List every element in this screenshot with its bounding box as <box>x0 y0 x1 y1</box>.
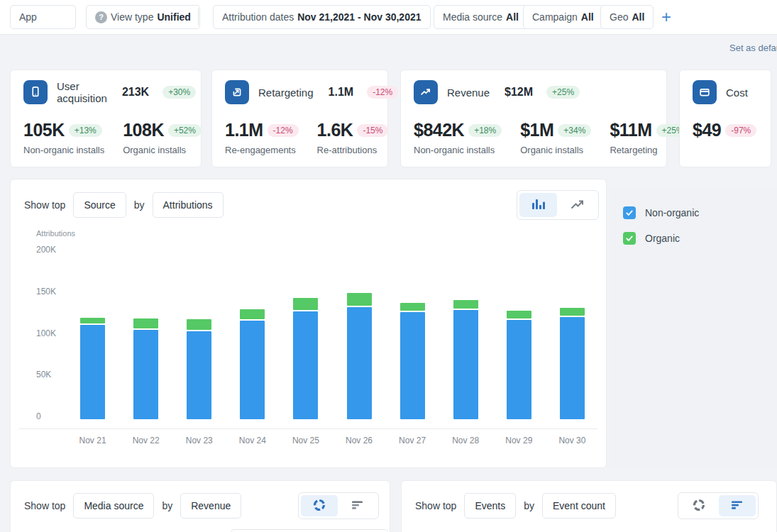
bar-segment-non-organic[interactable] <box>507 320 531 419</box>
bar-column[interactable] <box>279 250 332 419</box>
change-badge: +18% <box>468 124 502 137</box>
add-filter-button[interactable]: + <box>654 5 678 29</box>
x-axis: Nov 21Nov 22Nov 23Nov 24Nov 25Nov 26Nov … <box>66 436 599 445</box>
change-badge: +30% <box>162 86 196 99</box>
legend-item-non-organic[interactable]: Non-organic <box>623 206 699 219</box>
campaign-filter[interactable]: Campaign All <box>523 5 603 29</box>
bar-column[interactable] <box>66 250 119 419</box>
x-axis-label: Nov 22 <box>119 436 172 445</box>
legend-label: Organic <box>645 233 680 244</box>
bar-segment-non-organic[interactable] <box>560 317 585 419</box>
change-badge: +52% <box>168 124 202 137</box>
media-source-breakdown-card: Show top Media source by Revenue <box>10 480 390 532</box>
metric-value: $49 <box>693 120 721 140</box>
credit-card-icon <box>693 80 717 104</box>
bar-list-view-button[interactable] <box>339 495 376 516</box>
bar-segment-organic[interactable] <box>133 318 158 328</box>
change-badge: +13% <box>69 124 102 137</box>
bar-segment-organic[interactable] <box>293 298 318 310</box>
dimension-select[interactable]: Events <box>464 493 516 519</box>
metric-value: $11M <box>610 120 651 140</box>
donut-chart-view-button[interactable] <box>301 495 338 516</box>
legend-item-organic[interactable]: Organic <box>623 232 680 245</box>
bar-segment-organic[interactable] <box>187 319 211 330</box>
x-axis-label: Nov 25 <box>279 436 332 445</box>
bar-segment-organic[interactable] <box>240 309 265 319</box>
view-type-value: Unified <box>157 11 190 23</box>
app-filter[interactable]: App <box>10 5 76 29</box>
bar-column[interactable] <box>172 250 226 419</box>
kpi-total-value: 213K <box>122 86 149 99</box>
y-axis-tick: 200K <box>36 245 69 255</box>
dimension-select[interactable]: Media source <box>73 493 154 519</box>
media-source-label: Media source <box>443 11 502 23</box>
bar-segment-non-organic[interactable] <box>400 312 425 419</box>
geo-filter[interactable]: Geo All <box>600 5 654 29</box>
line-chart-view-button[interactable] <box>558 193 596 217</box>
set-as-default-link[interactable]: Set as default <box>729 43 777 53</box>
bar-segment-organic[interactable] <box>347 293 372 306</box>
bar-column[interactable] <box>119 250 172 419</box>
metric-value: 1.1M <box>225 120 263 140</box>
metric-label: Re-engagements <box>225 145 299 155</box>
stacked-bar-chart <box>66 250 599 419</box>
bar-column[interactable] <box>439 250 492 419</box>
events-breakdown-card: Show top Events by Event count <box>401 480 777 532</box>
bar-chart-icon <box>531 198 545 212</box>
media-source-filter[interactable]: Media source All <box>434 5 528 29</box>
donut-chart-view-button[interactable] <box>680 495 717 516</box>
breakdown-view-toggle <box>678 492 759 519</box>
donut-chart-icon <box>692 498 706 514</box>
bar-segment-non-organic[interactable] <box>293 311 318 419</box>
dimension-select[interactable]: Source <box>73 192 126 218</box>
bar-list-view-button[interactable] <box>719 495 756 516</box>
attribution-dates-filter[interactable]: Attribution dates Nov 21,2021 - Nov 30,2… <box>213 5 431 29</box>
x-axis-label: Nov 27 <box>386 436 439 445</box>
campaign-label: Campaign <box>532 11 578 23</box>
kpi-metric: 108K +52% Organic installs <box>123 120 202 155</box>
bar-chart-view-button[interactable] <box>519 193 557 217</box>
metric-label: Re-attributions <box>317 145 389 155</box>
bar-segment-organic[interactable] <box>507 311 531 318</box>
trend-chart-card: Show top Source by Attributions Attribut… <box>10 179 607 468</box>
bar-segment-non-organic[interactable] <box>133 330 158 419</box>
bar-segment-organic[interactable] <box>453 300 478 309</box>
bar-segment-non-organic[interactable] <box>347 307 372 419</box>
kpi-metric: $11M +25% Retargeting <box>610 120 689 155</box>
y-axis-title: Attributions <box>36 229 75 238</box>
checkbox-checked-icon[interactable] <box>623 232 636 245</box>
metric-label: Organic installs <box>123 145 202 155</box>
bar-column[interactable] <box>386 250 439 419</box>
bar-segment-organic[interactable] <box>400 303 425 311</box>
metric-value: $842K <box>414 120 464 140</box>
x-axis-label: Nov 30 <box>546 436 599 445</box>
checkbox-checked-icon[interactable] <box>623 206 636 219</box>
geo-value: All <box>632 11 644 23</box>
y-axis: 200K150K100K50K0 <box>32 245 65 429</box>
view-type-filter[interactable]: ? View type Unified <box>86 5 200 29</box>
by-label: by <box>524 500 534 511</box>
x-axis-label: Nov 29 <box>492 436 546 445</box>
bar-segment-non-organic[interactable] <box>240 321 265 419</box>
bar-column[interactable] <box>332 250 385 419</box>
bar-segment-organic[interactable] <box>80 318 105 323</box>
metric-select[interactable]: Attributions <box>153 192 224 218</box>
y-axis-tick: 150K <box>36 287 69 297</box>
metric-select[interactable]: Event count <box>542 493 616 519</box>
show-top-label: Show top <box>24 500 65 511</box>
bar-column[interactable] <box>546 250 599 419</box>
bar-column[interactable] <box>492 250 546 419</box>
bar-segment-non-organic[interactable] <box>453 310 478 419</box>
metric-select[interactable]: Revenue <box>180 493 241 519</box>
change-badge: -12% <box>367 86 398 99</box>
bar-segment-non-organic[interactable] <box>187 331 211 419</box>
horizontal-bars-icon <box>731 500 744 512</box>
bar-segment-non-organic[interactable] <box>80 325 105 419</box>
change-badge: -12% <box>268 124 299 137</box>
metric-value: 105K <box>23 120 65 140</box>
cutoff-element <box>231 529 388 532</box>
metric-value: 108K <box>123 120 164 140</box>
bar-segment-organic[interactable] <box>560 308 585 316</box>
legend-label: Non-organic <box>645 207 699 218</box>
bar-column[interactable] <box>226 250 279 419</box>
